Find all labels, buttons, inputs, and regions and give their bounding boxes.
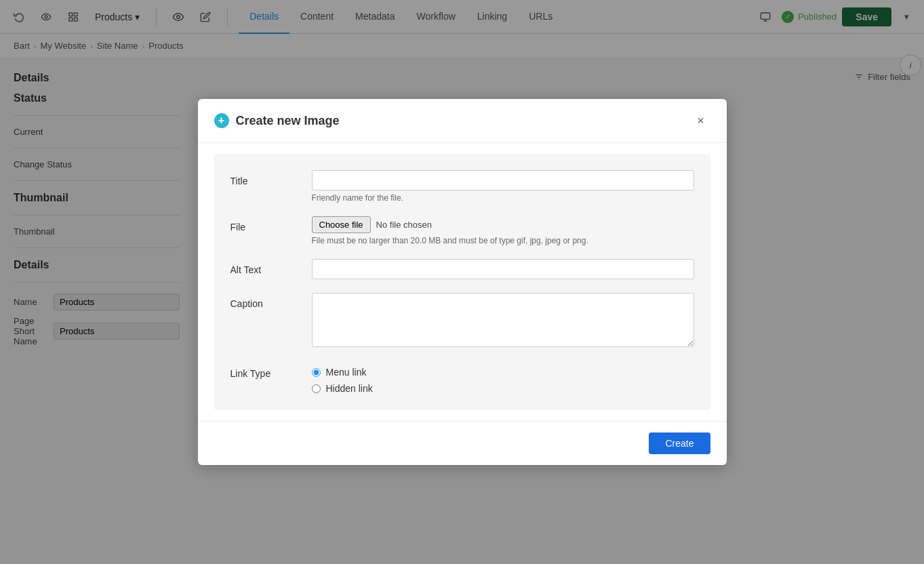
file-row: Choose file No file chosen bbox=[312, 216, 694, 233]
file-hint: File must be no larger than 20.0 MB and … bbox=[312, 236, 694, 245]
alt-text-form-row: Alt Text bbox=[230, 259, 694, 279]
caption-textarea[interactable] bbox=[312, 293, 694, 347]
link-type-radio-group: Menu link Hidden link bbox=[312, 363, 694, 394]
file-form-row: File Choose file No file chosen File mus… bbox=[230, 216, 694, 245]
choose-file-button[interactable]: Choose file bbox=[312, 216, 371, 233]
caption-form-row: Caption bbox=[230, 293, 694, 349]
link-type-field-label: Link Type bbox=[230, 363, 312, 379]
modal-overlay[interactable]: + Create new Image × Title Friendly name… bbox=[0, 0, 924, 564]
alt-text-field-label: Alt Text bbox=[230, 259, 312, 275]
link-type-field: Menu link Hidden link bbox=[312, 363, 694, 394]
create-button[interactable]: Create bbox=[649, 432, 710, 454]
hidden-link-option[interactable]: Hidden link bbox=[312, 383, 694, 394]
modal-header: + Create new Image × bbox=[198, 99, 727, 143]
file-field-label: File bbox=[230, 216, 312, 233]
modal-plus-icon: + bbox=[214, 113, 229, 128]
no-file-text: No file chosen bbox=[376, 220, 432, 230]
caption-field bbox=[312, 293, 694, 349]
caption-field-label: Caption bbox=[230, 293, 312, 309]
modal-close-button[interactable]: × bbox=[691, 111, 710, 130]
title-form-row: Title Friendly name for the file. bbox=[230, 170, 694, 203]
menu-link-radio[interactable] bbox=[312, 368, 321, 377]
modal-title: Create new Image bbox=[236, 114, 685, 128]
menu-link-option[interactable]: Menu link bbox=[312, 367, 694, 378]
modal-footer: Create bbox=[198, 421, 727, 465]
file-field: Choose file No file chosen File must be … bbox=[312, 216, 694, 245]
alt-text-input[interactable] bbox=[312, 259, 694, 279]
modal-body: Title Friendly name for the file. File C… bbox=[198, 154, 727, 410]
hidden-link-radio[interactable] bbox=[312, 384, 321, 393]
modal-inner: Title Friendly name for the file. File C… bbox=[214, 154, 710, 410]
title-field-label: Title bbox=[230, 170, 312, 186]
link-type-form-row: Link Type Menu link Hidden link bbox=[230, 363, 694, 394]
title-input[interactable] bbox=[312, 170, 694, 190]
modal-create-image: + Create new Image × Title Friendly name… bbox=[198, 99, 727, 465]
title-field: Friendly name for the file. bbox=[312, 170, 694, 203]
alt-text-field bbox=[312, 259, 694, 279]
title-hint: Friendly name for the file. bbox=[312, 193, 694, 203]
